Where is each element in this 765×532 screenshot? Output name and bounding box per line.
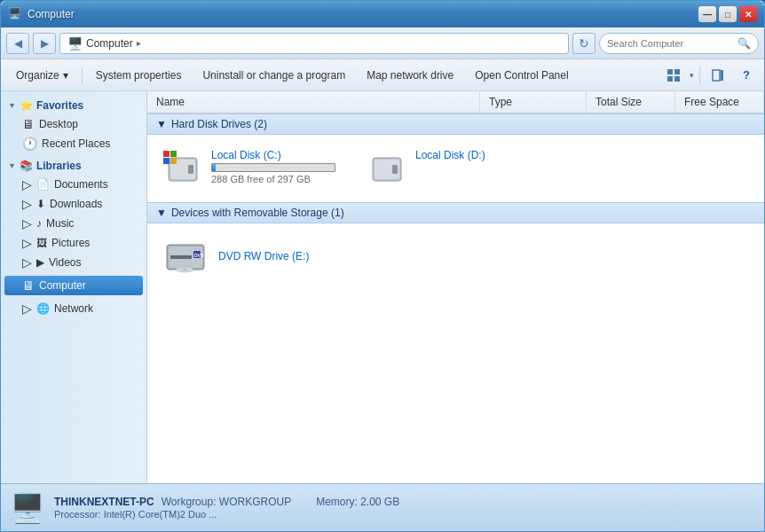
- local-disk-c-info: Local Disk (C:) 288 GB free of 297 GB: [211, 149, 335, 184]
- sidebar-item-computer-label: Computer: [39, 279, 86, 292]
- status-bar: 🖥️ THINKNEXTNET-PC Workgroup: WORKGROUP …: [1, 483, 764, 531]
- downloads-icon: ⬇: [36, 198, 45, 210]
- title-bar-title: Computer: [28, 8, 75, 20]
- maximize-button[interactable]: □: [719, 6, 737, 22]
- local-disk-c-item[interactable]: Local Disk (C:) 288 GB free of 297 GB: [156, 144, 351, 193]
- col-header-free-space[interactable]: Free Space: [675, 91, 764, 113]
- local-disk-c-space-text: 288 GB free of 297 GB: [211, 174, 335, 184]
- content-area: Name Type Total Size Free Space ▼ Hard D…: [147, 91, 764, 483]
- dvd-drive-item[interactable]: DVD DVD RW Drive (E:): [156, 231, 755, 282]
- favorites-chevron: ▼: [8, 101, 16, 110]
- sidebar-favorites-header[interactable]: ▼ ⭐ Favorites: [1, 97, 146, 114]
- sidebar-item-computer[interactable]: 🖥 Computer: [4, 276, 143, 295]
- svg-rect-15: [392, 165, 398, 174]
- sidebar-item-desktop[interactable]: 🖥 Desktop: [1, 114, 146, 134]
- hard-disk-section-header[interactable]: ▼ Hard Disk Drives (2): [147, 113, 764, 135]
- hard-disk-label: Hard Disk Drives (2): [171, 118, 267, 130]
- sidebar-item-pictures[interactable]: ▷ 🖼 Pictures: [1, 233, 146, 253]
- removable-section-header[interactable]: ▼ Devices with Removable Storage (1): [147, 202, 764, 223]
- close-button[interactable]: ✕: [739, 6, 757, 22]
- documents-icon2: 📄: [36, 178, 50, 191]
- local-disk-d-info: Local Disk (D:): [415, 149, 485, 161]
- forward-button[interactable]: ▶: [33, 33, 56, 54]
- computer-icon: 🖥: [22, 278, 35, 293]
- status-primary-row: THINKNEXTNET-PC Workgroup: WORKGROUP Mem…: [54, 496, 399, 508]
- address-path[interactable]: 🖥️ Computer ▸: [59, 33, 569, 54]
- local-disk-c-icon: [162, 149, 204, 188]
- music-arrow-icon: ▷: [22, 216, 32, 231]
- svg-rect-10: [170, 151, 177, 157]
- svg-rect-11: [163, 158, 170, 164]
- address-bar: ◀ ▶ 🖥️ Computer ▸ ↻ 🔍: [1, 27, 764, 59]
- sidebar-network-section: ▷ 🌐 Network: [1, 299, 146, 318]
- col-header-name[interactable]: Name: [147, 91, 480, 113]
- sidebar-item-network[interactable]: ▷ 🌐 Network: [1, 299, 146, 318]
- toolbar-separator-1: [82, 66, 83, 84]
- explorer-window: 🖥️ Computer — □ ✕ ◀ ▶ 🖥️ Computer ▸ ↻ 🔍 …: [0, 0, 765, 532]
- help-icon: ?: [743, 68, 750, 82]
- dvd-drive-icon: DVD: [165, 236, 211, 277]
- sidebar-item-music-label: Music: [46, 217, 74, 230]
- svg-point-22: [182, 269, 187, 270]
- svg-rect-0: [667, 69, 673, 74]
- uninstall-button[interactable]: Uninstall or change a program: [193, 63, 355, 88]
- preview-icon: [711, 68, 725, 82]
- help-button[interactable]: ?: [734, 63, 759, 88]
- toolbar-right: ▾ ?: [661, 63, 759, 88]
- sidebar-item-videos[interactable]: ▷ ▶ Videos: [1, 253, 146, 272]
- hard-drives-container: Local Disk (C:) 288 GB free of 297 GB: [147, 135, 764, 202]
- libraries-icon: 📚: [20, 160, 33, 172]
- sidebar-item-documents[interactable]: ▷ 📄 Documents: [1, 175, 146, 194]
- svg-rect-4: [713, 70, 720, 81]
- videos-arrow-icon: ▷: [22, 255, 32, 270]
- minimize-button[interactable]: —: [698, 6, 716, 22]
- sidebar-item-desktop-label: Desktop: [39, 118, 78, 130]
- svg-rect-12: [170, 158, 177, 164]
- toolbar: Organize ▾ System properties Uninstall o…: [1, 59, 764, 91]
- status-computer-icon: 🖥️: [10, 491, 45, 525]
- views-button[interactable]: [661, 63, 686, 88]
- favorites-label: Favorites: [36, 99, 83, 112]
- network-icon: 🌐: [36, 302, 50, 315]
- libraries-chevron: ▼: [8, 161, 16, 170]
- local-disk-d-icon: [366, 149, 408, 188]
- local-disk-d-icon-area: [366, 149, 408, 188]
- system-properties-button[interactable]: System properties: [86, 63, 192, 88]
- address-arrow: ▸: [137, 38, 141, 48]
- svg-rect-9: [163, 151, 170, 157]
- sidebar-item-downloads[interactable]: ▷ ⬇ Downloads: [1, 194, 146, 214]
- local-disk-c-progress-fill: [212, 164, 216, 171]
- sidebar-item-recent-label: Recent Places: [42, 137, 110, 150]
- refresh-button[interactable]: ↻: [572, 33, 595, 54]
- map-network-button[interactable]: Map network drive: [357, 63, 463, 88]
- preview-button[interactable]: [706, 63, 730, 88]
- col-header-type[interactable]: Type: [480, 91, 587, 113]
- views-icon: [666, 68, 681, 82]
- search-icon: 🔍: [737, 37, 751, 50]
- music-icon: ♪: [36, 217, 42, 230]
- sidebar-item-videos-label: Videos: [49, 256, 81, 269]
- search-box[interactable]: 🔍: [599, 33, 759, 54]
- pictures-arrow-icon: ▷: [22, 236, 32, 250]
- removable-chevron: ▼: [156, 207, 167, 219]
- sidebar-item-music[interactable]: ▷ ♪ Music: [1, 214, 146, 233]
- sidebar-item-downloads-label: Downloads: [50, 198, 102, 210]
- col-header-total-size[interactable]: Total Size: [587, 91, 675, 113]
- back-button[interactable]: ◀: [6, 33, 29, 54]
- favorites-icon: ⭐: [20, 99, 33, 112]
- sidebar-libraries-header[interactable]: ▼ 📚 Libraries: [1, 157, 146, 175]
- downloads-arrow-icon: ▷: [22, 197, 32, 211]
- svg-rect-5: [721, 70, 723, 81]
- organize-button[interactable]: Organize ▾: [6, 63, 78, 88]
- address-path-icon: 🖥️: [67, 36, 83, 51]
- videos-icon: ▶: [36, 256, 44, 269]
- documents-icon: ▷: [22, 177, 32, 192]
- search-input[interactable]: [607, 38, 734, 49]
- local-disk-d-item[interactable]: Local Disk (D:): [360, 144, 556, 193]
- sidebar-item-recent-places[interactable]: 🕐 Recent Places: [1, 134, 146, 153]
- open-control-panel-button[interactable]: Open Control Panel: [465, 63, 578, 88]
- libraries-label: Libraries: [36, 160, 82, 172]
- local-disk-c-name: Local Disk (C:): [211, 149, 335, 161]
- column-headers: Name Type Total Size Free Space: [147, 91, 764, 113]
- sidebar-item-pictures-label: Pictures: [51, 237, 90, 249]
